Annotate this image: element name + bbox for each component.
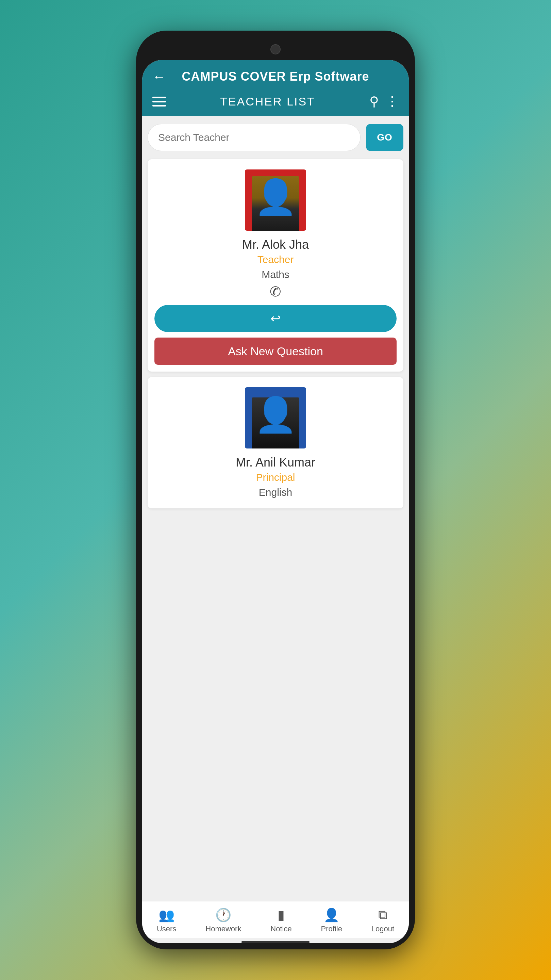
toolbar: TEACHER LIST ⚲ ⋮ bbox=[142, 91, 409, 116]
home-indicator bbox=[241, 941, 310, 943]
ask-question-button-alok[interactable]: Ask New Question bbox=[154, 337, 397, 365]
phone-screen: ← CAMPUS COVER Erp Software TEACHER LIST… bbox=[142, 60, 409, 943]
profile-icon: 👤 bbox=[324, 907, 340, 923]
hamburger-line-1 bbox=[152, 97, 166, 98]
search-icon[interactable]: ⚲ bbox=[369, 94, 379, 109]
teacher-photo-anil bbox=[245, 387, 306, 449]
teacher-role-alok: Teacher bbox=[257, 254, 294, 266]
hamburger-line-2 bbox=[152, 101, 166, 102]
more-options-icon[interactable]: ⋮ bbox=[386, 94, 399, 109]
teacher-role-anil: Principal bbox=[256, 472, 295, 483]
notice-label: Notice bbox=[270, 924, 292, 933]
homework-label: Homework bbox=[205, 924, 241, 933]
search-row: GO bbox=[148, 124, 403, 151]
nav-item-logout[interactable]: ⧉ Logout bbox=[372, 907, 394, 933]
teacher-name-anil: Mr. Anil Kumar bbox=[236, 455, 315, 469]
hamburger-menu[interactable] bbox=[152, 97, 166, 107]
phone-icon-alok[interactable]: ✆ bbox=[270, 284, 281, 299]
nav-item-profile[interactable]: 👤 Profile bbox=[321, 907, 342, 933]
search-input[interactable] bbox=[148, 124, 360, 151]
bottom-nav: 👥 Users 🕐 Homework ▮ Notice 👤 Profile ⧉ … bbox=[142, 901, 409, 938]
toolbar-icons: ⚲ ⋮ bbox=[369, 94, 399, 109]
reply-button-alok[interactable]: ↩ bbox=[154, 305, 397, 332]
notice-icon: ▮ bbox=[278, 907, 285, 923]
go-button[interactable]: GO bbox=[366, 124, 403, 151]
teacher-name-alok: Mr. Alok Jha bbox=[242, 237, 309, 252]
reply-icon: ↩ bbox=[270, 311, 281, 326]
logout-label: Logout bbox=[372, 924, 394, 933]
users-icon: 👥 bbox=[159, 907, 175, 923]
teacher-card-anil: Mr. Anil Kumar Principal English bbox=[148, 377, 403, 508]
nav-item-users[interactable]: 👥 Users bbox=[157, 907, 176, 933]
main-content: GO Mr. Alok Jha Teacher Maths ✆ ↩ Ask Ne… bbox=[142, 116, 409, 901]
hamburger-line-3 bbox=[152, 105, 166, 107]
camera bbox=[270, 44, 281, 54]
users-label: Users bbox=[157, 924, 176, 933]
phone-frame: ← CAMPUS COVER Erp Software TEACHER LIST… bbox=[136, 30, 415, 950]
app-title: CAMPUS COVER Erp Software bbox=[182, 69, 369, 84]
profile-label: Profile bbox=[321, 924, 342, 933]
nav-item-notice[interactable]: ▮ Notice bbox=[270, 907, 292, 933]
top-bar: ← CAMPUS COVER Erp Software bbox=[142, 60, 409, 91]
teacher-card-alok: Mr. Alok Jha Teacher Maths ✆ ↩ Ask New Q… bbox=[148, 159, 403, 372]
teacher-subject-alok: Maths bbox=[262, 269, 289, 280]
logout-icon: ⧉ bbox=[378, 907, 387, 923]
back-button[interactable]: ← bbox=[152, 69, 166, 84]
homework-icon: 🕐 bbox=[215, 907, 231, 923]
teacher-photo-alok bbox=[245, 169, 306, 231]
screen-title: TEACHER LIST bbox=[220, 95, 315, 108]
nav-item-homework[interactable]: 🕐 Homework bbox=[205, 907, 241, 933]
teacher-subject-anil: English bbox=[259, 487, 292, 498]
